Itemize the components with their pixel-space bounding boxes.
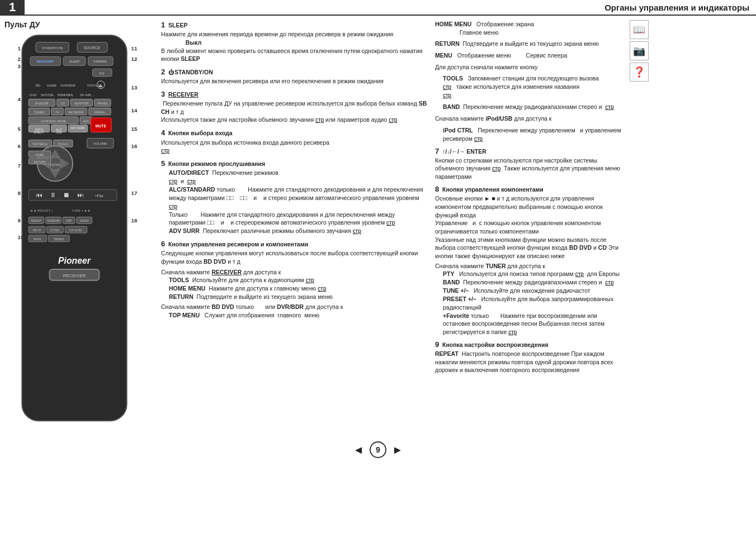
- svg-text:SP-A/B...: SP-A/B...: [80, 93, 94, 97]
- right-home-menu: HOME MENU Отображение экрана Главное мен…: [435, 20, 625, 36]
- svg-text:⏭: ⏭: [77, 191, 84, 199]
- svg-text:ALC/: ALC/: [56, 129, 63, 131]
- icon-book: 📖: [630, 20, 649, 39]
- section-control-buttons: 6 Кнопки управления ресивером и компонен…: [161, 239, 429, 319]
- page-header: 1 Органы управления и индикаторы: [0, 0, 756, 16]
- left-column: Пульт ДУ STANDBY/ON SOURCE RECEIVER SLEE…: [4, 20, 155, 436]
- svg-text:VOLUME: VOLUME: [93, 142, 107, 145]
- icon-camera: 📷: [630, 41, 649, 60]
- svg-text:10: 10: [17, 234, 23, 240]
- svg-text:TV: TV: [55, 111, 59, 114]
- svg-text:◄◄ PRESET +: ◄◄ PRESET +: [30, 209, 53, 212]
- svg-text:⏸: ⏸: [50, 191, 56, 199]
- svg-text:7: 7: [17, 163, 21, 169]
- svg-text:HOME: HOME: [35, 154, 44, 156]
- svg-text:17: 17: [131, 190, 138, 196]
- remote-control-image: STANDBY/ON SOURCE RECEIVER SLEEP DIMMER …: [4, 32, 144, 435]
- svg-text:12: 12: [131, 56, 138, 62]
- svg-text:LISTENING MODE: LISTENING MODE: [40, 120, 67, 123]
- svg-text:4: 4: [17, 96, 21, 102]
- section-listen-mode: 5 Кнопки режимов прослушивания AUTO/DIRE…: [161, 159, 429, 235]
- svg-text:2: 2: [17, 56, 21, 62]
- svg-text:REPEAT: REPEAT: [31, 220, 41, 222]
- svg-text:ADV: ADV: [83, 120, 89, 123]
- svg-text:TREBLE: TREBLE: [54, 238, 65, 241]
- svg-text:RANDOM: RANDOM: [48, 220, 60, 222]
- next-arrow[interactable]: ►: [392, 444, 403, 456]
- prev-arrow[interactable]: ◄: [353, 444, 364, 456]
- svg-text:SLEEP: SLEEP: [69, 60, 79, 63]
- svg-text:GAME: GAME: [47, 84, 56, 87]
- svg-text:SOURCE: SOURCE: [84, 46, 101, 50]
- page-title: Органы управления и индикаторы: [25, 0, 756, 15]
- right-column: HOME MENU Отображение экрана Главное мен…: [435, 20, 625, 436]
- svg-text:SB CH: SB CH: [32, 229, 41, 232]
- page-navigation: ◄ 9 ►: [0, 441, 756, 458]
- svg-text:CH LEVEL: CH LEVEL: [69, 229, 83, 232]
- svg-text:STD: STD: [56, 131, 62, 134]
- svg-text:9: 9: [17, 217, 21, 223]
- section-control-heading: 6 Кнопки управления ресивером и компонен…: [161, 239, 429, 249]
- svg-text:DIRECT: DIRECT: [34, 131, 44, 134]
- svg-text:16: 16: [131, 143, 138, 149]
- right-note1: Для доступа сначала нажмите кнопку: [435, 63, 625, 72]
- svg-text:BD: BD: [36, 84, 40, 87]
- right-return: RETURN Подтвердите и выйдите из текущего…: [435, 40, 625, 48]
- svg-text:5: 5: [17, 126, 21, 132]
- svg-text:14: 14: [131, 107, 138, 113]
- svg-text:DVR/BDR: DVR/BDR: [60, 84, 75, 87]
- svg-text:HDMI/MHL: HDMI/MHL: [57, 93, 74, 97]
- remote-title: Пульт ДУ: [4, 20, 155, 29]
- svg-text:CH SEL: CH SEL: [50, 229, 60, 232]
- svg-text:⏏: ⏏: [98, 83, 103, 88]
- svg-text:SAT/CBL: SAT/CBL: [41, 93, 55, 97]
- svg-text:BASS: BASS: [34, 238, 41, 241]
- svg-text:TOOLS: TOOLS: [58, 142, 68, 146]
- right-icon-column: 📖 📷 ❓: [630, 20, 650, 436]
- svg-text:3: 3: [17, 63, 21, 69]
- svg-text:TUNE + ►►: TUNE + ►►: [72, 209, 91, 212]
- page-number: 1: [0, 0, 25, 15]
- svg-text:STATUS: STATUS: [87, 84, 100, 87]
- svg-text:+Fav: +Fav: [94, 194, 103, 198]
- page-number-circle: 9: [370, 441, 386, 458]
- page-wrapper: 1 Органы управления и индикаторы Пульт Д…: [0, 0, 756, 458]
- svg-text:RECEIVER: RECEIVER: [37, 60, 54, 63]
- section-standby: 2 ⏻STANDBY/ON Используется для включения…: [161, 67, 429, 85]
- svg-text:⏮: ⏮: [36, 191, 42, 199]
- svg-text:DIMMER: DIMMER: [93, 60, 107, 63]
- svg-text:NETWORK: NETWORK: [68, 111, 84, 114]
- svg-text:TOP MENU: TOP MENU: [32, 142, 48, 146]
- section-sleep-heading: 1 SLEEP: [161, 20, 429, 30]
- section-sleep: 1 SLEEP Нажмите для изменения периода вр…: [161, 20, 429, 63]
- svg-text:RETURN: RETURN: [34, 161, 46, 164]
- svg-text:8: 8: [17, 190, 21, 196]
- svg-text:Pioneer: Pioneer: [58, 256, 91, 265]
- right-tools: TOOLS Запоминает станции для последующег…: [435, 74, 625, 99]
- svg-text:DVD: DVD: [30, 93, 36, 97]
- icon-help: ❓: [630, 63, 649, 82]
- section-standby-heading: 2 ⏻STANDBY/ON: [161, 67, 429, 77]
- svg-text:13: 13: [131, 84, 138, 91]
- svg-text:PHASE: PHASE: [97, 102, 108, 105]
- svg-text:6: 6: [17, 143, 21, 149]
- right-area: HOME MENU Отображение экрана Главное мен…: [435, 20, 650, 436]
- right-ipod-note: Сначала нажмите iPod/USB для доступа к: [435, 115, 625, 123]
- right-section7: 7 ↑/↓/←/→ ENTER Кнопки со стрелками испо…: [435, 146, 625, 182]
- svg-text:AUDIO: AUDIO: [80, 220, 89, 222]
- svg-text:18: 18: [131, 217, 138, 223]
- svg-text:STANDBY/ON: STANDBY/ON: [42, 46, 63, 50]
- section-input-sel: 4 Кнопки выбора входа Используется для в…: [161, 128, 429, 155]
- right-section9: 9 Кнопка настройки воспроизведения REPEA…: [435, 340, 625, 374]
- svg-text:CD: CD: [60, 102, 65, 105]
- section-receiver: 3 RECEIVER Переключение пульта ДУ на упр…: [161, 89, 429, 125]
- svg-text:iPod/USB: iPod/USB: [35, 102, 49, 105]
- svg-text:AUTO/: AUTO/: [35, 129, 44, 131]
- section-receiver-heading: 3 RECEIVER: [161, 89, 429, 99]
- right-section8: 8 Кнопки управления компонентами Основны…: [435, 184, 625, 336]
- svg-text:MUTE: MUTE: [96, 124, 107, 128]
- svg-text:SIGNAL: SIGNAL: [94, 111, 105, 114]
- svg-text:EQ: EQ: [100, 72, 105, 75]
- svg-text:ADAPTER: ADAPTER: [74, 102, 89, 105]
- svg-text:11: 11: [131, 45, 138, 51]
